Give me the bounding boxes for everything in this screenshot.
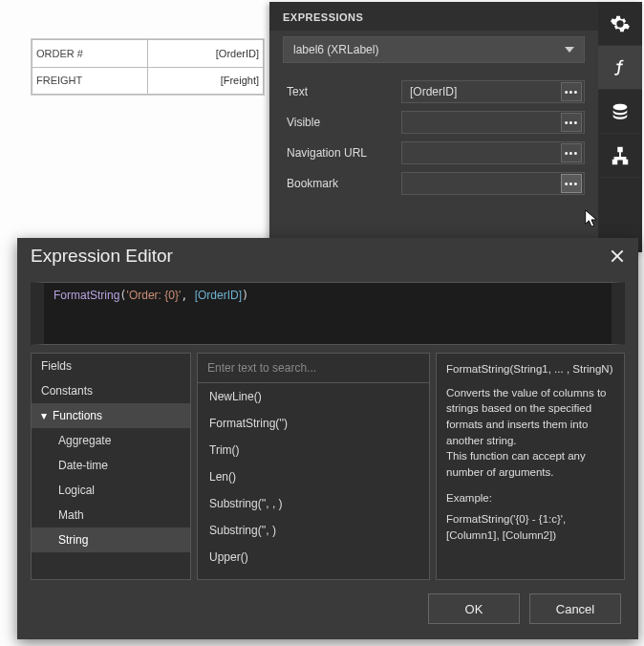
list-item[interactable]: FormatString('') <box>198 410 429 437</box>
target-element-dropdown[interactable]: label6 (XRLabel) <box>283 36 585 63</box>
database-icon <box>610 101 631 122</box>
token-column: [OrderID] <box>195 289 242 302</box>
tree-node-date-time[interactable]: Date-time <box>32 453 190 478</box>
ellipsis-button[interactable]: ••• <box>561 174 582 193</box>
prop-row-visible: Visible ••• <box>269 107 598 138</box>
expression-editor-dialog: Expression Editor FormatString('Order: {… <box>17 238 638 639</box>
cell-order-label[interactable]: ORDER # <box>32 40 148 68</box>
ellipsis-button[interactable]: ••• <box>561 143 582 162</box>
dialog-title: Expression Editor <box>31 246 173 267</box>
prop-value-bookmark[interactable]: ••• <box>401 172 585 195</box>
list-item[interactable]: Len() <box>198 463 429 490</box>
tree-node-logical[interactable]: Logical <box>32 478 190 503</box>
prop-row-text: Text [OrderID] ••• <box>269 76 598 107</box>
cancel-button[interactable]: Cancel <box>529 593 621 624</box>
target-element-label: label6 (XRLabel) <box>293 43 378 56</box>
ellipsis-button[interactable]: ••• <box>561 82 582 101</box>
category-tree: Fields Constants ▾Functions Aggregate Da… <box>31 353 191 580</box>
function-description: Converts the value of columns to strings… <box>446 385 614 481</box>
list-item[interactable]: NewLine() <box>198 383 429 410</box>
description-panel: FormatString(String1, ... , StringN) Con… <box>436 353 625 580</box>
design-table: ORDER # [OrderID] FREIGHT [Freight] <box>32 39 264 95</box>
tree-node-string[interactable]: String <box>32 528 190 552</box>
function-list: NewLine() FormatString('') Trim() Len() … <box>197 353 430 580</box>
list-item[interactable]: Trim() <box>198 437 429 463</box>
ellipsis-button[interactable]: ••• <box>561 113 582 132</box>
expressions-panel-title: EXPRESSIONS <box>269 2 598 31</box>
function-icon <box>610 57 631 78</box>
list-item[interactable]: Upper() <box>198 544 429 571</box>
tab-report-tree[interactable] <box>598 134 642 178</box>
prop-name: Visible <box>287 116 401 129</box>
tree-node-math[interactable]: Math <box>32 503 190 528</box>
ok-button[interactable]: OK <box>428 593 520 624</box>
tree-node-constants[interactable]: Constants <box>32 378 190 403</box>
tree-node-fields[interactable]: Fields <box>32 354 190 378</box>
report-design-surface[interactable]: ORDER # [OrderID] FREIGHT [Freight] <box>31 38 265 96</box>
prop-name: Navigation URL <box>287 146 401 160</box>
prop-row-nav-url: Navigation URL ••• <box>269 138 598 168</box>
prop-name: Bookmark <box>287 177 401 190</box>
chevron-down-icon <box>565 47 574 53</box>
list-item[interactable]: Substring('', , ) <box>198 490 429 517</box>
prop-name: Text <box>287 85 401 98</box>
prop-value-nav-url[interactable]: ••• <box>401 141 585 164</box>
token-function: FormatString <box>54 289 119 302</box>
expressions-panel: EXPRESSIONS label6 (XRLabel) Text [Order… <box>269 2 642 252</box>
prop-value-visible[interactable]: ••• <box>401 111 585 134</box>
prop-row-bookmark: Bookmark ••• <box>269 168 598 199</box>
chevron-down-icon: ▾ <box>41 409 51 422</box>
function-signature: FormatString(String1, ... , StringN) <box>446 361 614 377</box>
cell-freight-binding[interactable]: [Freight] <box>148 67 264 95</box>
tab-settings[interactable] <box>598 2 642 46</box>
side-tab-strip <box>598 2 642 252</box>
tree-icon <box>610 145 631 166</box>
cell-order-binding[interactable]: [OrderID] <box>148 40 264 68</box>
expression-code-editor[interactable]: FormatString('Order: {0}', [OrderID]) <box>31 282 625 345</box>
search-input[interactable] <box>198 354 429 383</box>
tab-data[interactable] <box>598 90 642 134</box>
tab-expressions[interactable] <box>598 46 642 90</box>
tree-node-aggregate[interactable]: Aggregate <box>32 428 190 453</box>
cell-freight-label[interactable]: FREIGHT <box>32 67 148 95</box>
close-button[interactable] <box>610 248 625 264</box>
list-item[interactable]: Substring('', ) <box>198 517 429 544</box>
gear-icon <box>610 13 631 34</box>
example-code: FormatString('{0} - {1:c}', [Column1], [… <box>446 511 614 543</box>
prop-value-text[interactable]: [OrderID] ••• <box>401 80 585 103</box>
tree-node-functions[interactable]: ▾Functions <box>32 403 190 428</box>
example-label: Example: <box>446 490 614 506</box>
token-string: 'Order: {0}' <box>127 289 182 302</box>
